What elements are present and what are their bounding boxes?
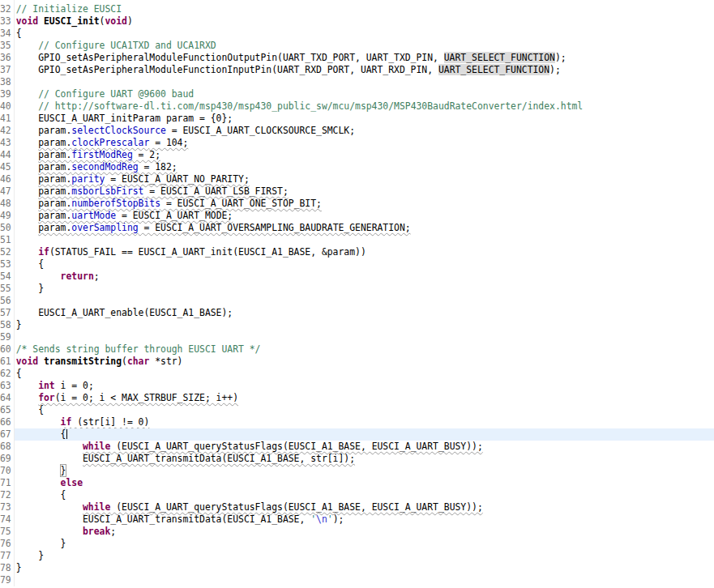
code-line[interactable]: param.selectClockSource = EUSCI_A_UART_C… (15, 125, 714, 137)
code-line[interactable]: void EUSCI_init(void) (15, 15, 714, 28)
code-line[interactable]: break; (15, 526, 714, 538)
code-line[interactable]: param.secondModReg = 182; (15, 161, 714, 173)
line-number[interactable]: 63 (0, 380, 15, 392)
line-number[interactable]: 43 (0, 137, 15, 149)
code-line[interactable]: return; (15, 271, 714, 283)
line-number[interactable]: 41 (0, 113, 15, 125)
line-number[interactable]: 57 (0, 307, 15, 319)
code-line[interactable]: GPIO_setAsPeripheralModuleFunctionInputP… (15, 64, 714, 76)
code-editor[interactable]: 3132// Initialize EUSCI33void EUSCI_init… (0, 0, 714, 588)
code-line[interactable] (15, 574, 714, 586)
line-number[interactable]: 50 (0, 222, 15, 234)
code-line[interactable]: param.numberofStopBits = EUSCI_A_UART_ON… (15, 198, 714, 210)
code-line[interactable]: EUSCI_A_UART_enable(EUSCI_A1_BASE); (15, 307, 714, 319)
line-number[interactable]: 79 (0, 574, 15, 586)
code-line[interactable]: if(STATUS_FAIL == EUSCI_A_UART_init(EUSC… (15, 246, 714, 258)
line-number[interactable]: 33 (0, 15, 15, 28)
line-number[interactable]: 59 (0, 331, 15, 343)
code-line[interactable]: { (15, 28, 714, 40)
line-number[interactable]: 40 (0, 100, 15, 113)
line-number[interactable]: 71 (0, 477, 15, 489)
line-number[interactable]: 75 (0, 526, 15, 538)
code-line[interactable]: else (15, 477, 714, 489)
line-number[interactable]: 77 (0, 550, 15, 562)
code-line[interactable]: { (15, 368, 714, 380)
code-line[interactable]: GPIO_setAsPeripheralModuleFunctionOutput… (15, 52, 714, 64)
line-number[interactable]: 53 (0, 258, 15, 271)
code-line[interactable] (15, 76, 714, 88)
code-line[interactable]: } (15, 283, 714, 295)
line-number[interactable]: 72 (0, 489, 15, 501)
code-line[interactable]: } (15, 538, 714, 550)
line-number[interactable]: 67 (0, 428, 15, 441)
code-line-current[interactable]: { (15, 428, 714, 441)
line-number[interactable]: 38 (0, 76, 15, 88)
code-line[interactable]: for(i = 0; i < MAX_STRBUF_SIZE; i++) (15, 392, 714, 404)
line-number[interactable]: 42 (0, 125, 15, 137)
code-line[interactable]: param.parity = EUSCI_A_UART_NO_PARITY; (15, 173, 714, 185)
code-line[interactable]: // Configure UCA1TXD and UCA1RXD (15, 40, 714, 52)
code-line[interactable]: // http://software-dl.ti.com/msp430/msp4… (15, 100, 714, 113)
code-token: { (16, 258, 44, 270)
code-line[interactable]: EUSCI_A_UART_transmitData(EUSCI_A1_BASE,… (15, 513, 714, 526)
code-token: } (16, 562, 22, 573)
line-number[interactable]: 70 (0, 465, 15, 477)
code-line[interactable]: param.overSampling = EUSCI_A_UART_OVERSA… (15, 222, 714, 234)
code-line[interactable]: { (15, 489, 714, 501)
line-number[interactable]: 47 (0, 185, 15, 198)
code-line[interactable]: EUSCI_A_UART_initParam param = {0}; (15, 113, 714, 125)
line-number[interactable]: 55 (0, 283, 15, 295)
line-number[interactable]: 62 (0, 368, 15, 380)
code-line[interactable]: param.clockPrescalar = 104; (15, 137, 714, 149)
line-number[interactable]: 34 (0, 28, 15, 40)
code-line[interactable]: EUSCI_A_UART_transmitData(EUSCI_A1_BASE,… (15, 453, 714, 465)
line-number[interactable]: 48 (0, 198, 15, 210)
code-line[interactable]: void transmitString(char *str) (15, 356, 714, 368)
line-number[interactable]: 60 (0, 343, 15, 356)
code-line[interactable]: { (15, 258, 714, 271)
code-line[interactable]: // Initialize EUSCI (15, 3, 714, 15)
line-number[interactable]: 58 (0, 319, 15, 331)
code-line[interactable]: { (15, 404, 714, 416)
code-line[interactable]: param.msborLsbFirst = EUSCI_A_UART_LSB_F… (15, 185, 714, 198)
line-number[interactable]: 74 (0, 513, 15, 526)
code-line[interactable]: // Configure UART @9600 baud (15, 88, 714, 100)
code-token: UART_SELECT_FUNCTION (444, 52, 555, 63)
code-line[interactable]: int i = 0; (15, 380, 714, 392)
line-number[interactable]: 36 (0, 52, 15, 64)
line-number[interactable]: 37 (0, 64, 15, 76)
line-number[interactable]: 39 (0, 88, 15, 100)
code-line[interactable]: } (15, 319, 714, 331)
code-line[interactable]: /* Sends string buffer through EUSCI UAR… (15, 343, 714, 356)
code-line[interactable] (15, 331, 714, 343)
code-line[interactable]: while (EUSCI_A_UART_queryStatusFlags(EUS… (15, 441, 714, 453)
code-line[interactable]: if (str[i] != 0) (15, 416, 714, 428)
code-line[interactable]: } (15, 465, 714, 477)
line-number[interactable]: 52 (0, 246, 15, 258)
line-number[interactable]: 76 (0, 538, 15, 550)
line-number[interactable]: 56 (0, 295, 15, 307)
code-line[interactable] (15, 234, 714, 246)
line-number[interactable]: 64 (0, 392, 15, 404)
line-number[interactable]: 68 (0, 441, 15, 453)
line-number[interactable]: 54 (0, 271, 15, 283)
code-line[interactable]: while (EUSCI_A_UART_queryStatusFlags(EUS… (15, 501, 714, 513)
code-line[interactable] (15, 295, 714, 307)
line-number[interactable]: 78 (0, 562, 15, 574)
line-number[interactable]: 45 (0, 161, 15, 173)
line-number[interactable]: 32 (0, 3, 15, 15)
line-number[interactable]: 65 (0, 404, 15, 416)
code-line[interactable]: } (15, 562, 714, 574)
line-number[interactable]: 49 (0, 210, 15, 222)
code-line[interactable]: param.firstModReg = 2; (15, 149, 714, 161)
code-line[interactable]: param.uartMode = EUSCI_A_UART_MODE; (15, 210, 714, 222)
line-number[interactable]: 69 (0, 453, 15, 465)
line-number[interactable]: 73 (0, 501, 15, 513)
line-number[interactable]: 46 (0, 173, 15, 185)
line-number[interactable]: 35 (0, 40, 15, 52)
code-line[interactable]: } (15, 550, 714, 562)
line-number[interactable]: 66 (0, 416, 15, 428)
line-number[interactable]: 44 (0, 149, 15, 161)
line-number[interactable]: 51 (0, 234, 15, 246)
line-number[interactable]: 61 (0, 356, 15, 368)
